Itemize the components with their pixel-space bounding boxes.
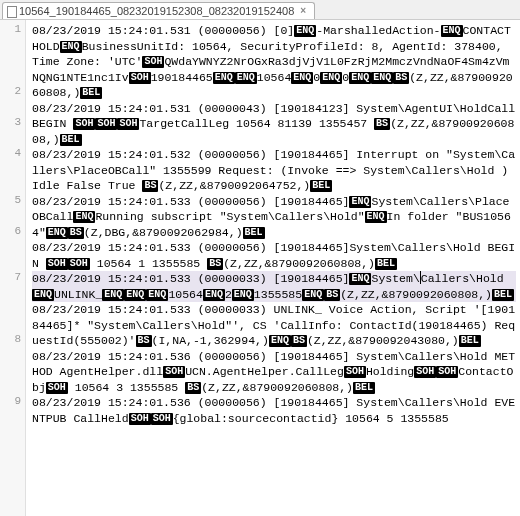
tab-title: 10564_190184465_08232019152308_082320191… bbox=[19, 5, 294, 17]
control-char-token: ENQ bbox=[320, 72, 342, 84]
control-char-token: ENQ bbox=[232, 289, 254, 301]
line-number bbox=[0, 380, 25, 396]
line-number bbox=[0, 240, 25, 256]
line-number bbox=[0, 163, 25, 179]
log-line: 08/23/2019 15:24:01.533 (00000033) UNLIN… bbox=[32, 302, 516, 349]
line-number bbox=[0, 178, 25, 194]
control-char-token: BS bbox=[68, 227, 84, 239]
log-content[interactable]: 08/23/2019 15:24:01.531 (00000056) [0]EN… bbox=[26, 20, 520, 516]
control-char-token: SOH bbox=[142, 56, 164, 68]
line-number bbox=[0, 209, 25, 225]
control-char-token: BS bbox=[324, 289, 340, 301]
control-char-token: BS bbox=[291, 335, 307, 347]
line-number: 3 bbox=[0, 116, 25, 132]
line-number: 7 bbox=[0, 271, 25, 287]
control-char-token: ENQ bbox=[365, 211, 387, 223]
control-char-token: ENQ bbox=[441, 25, 463, 37]
control-char-token: BS bbox=[374, 118, 390, 130]
line-number-gutter: 123456789 bbox=[0, 20, 26, 516]
log-line: 08/23/2019 15:24:01.531 (00000056) [0]EN… bbox=[32, 23, 516, 101]
log-line: 08/23/2019 15:24:01.536 (00000056) [1901… bbox=[32, 349, 516, 396]
control-char-token: ENQ bbox=[213, 72, 235, 84]
control-char-token: BS bbox=[136, 335, 152, 347]
control-char-token: ENQ bbox=[235, 72, 257, 84]
control-char-token: ENQ bbox=[302, 289, 324, 301]
control-char-token: BEL bbox=[60, 134, 82, 146]
tab-bar: 10564_190184465_08232019152308_082320191… bbox=[0, 0, 520, 20]
log-line: 08/23/2019 15:24:01.533 (00000056) [1901… bbox=[32, 194, 516, 241]
line-number: 5 bbox=[0, 194, 25, 210]
control-char-token: ENQ bbox=[349, 72, 371, 84]
control-char-token: BS bbox=[142, 180, 158, 192]
editor: 123456789 08/23/2019 15:24:01.531 (00000… bbox=[0, 20, 520, 516]
control-char-token: BEL bbox=[375, 258, 397, 270]
line-number bbox=[0, 256, 25, 272]
line-number bbox=[0, 101, 25, 117]
log-line: 08/23/2019 15:24:01.536 (00000056) [1901… bbox=[32, 395, 516, 426]
control-char-token: BEL bbox=[492, 289, 514, 301]
control-char-token: ENQ bbox=[46, 227, 68, 239]
line-number: 6 bbox=[0, 225, 25, 241]
log-line: 08/23/2019 15:24:01.532 (00000056) [1901… bbox=[32, 147, 516, 194]
line-number bbox=[0, 70, 25, 86]
control-char-token: BEL bbox=[353, 382, 375, 394]
control-char-token: SOH bbox=[344, 366, 366, 378]
line-number: 1 bbox=[0, 23, 25, 39]
line-number bbox=[0, 364, 25, 380]
line-number bbox=[0, 318, 25, 334]
control-char-token: ENQ bbox=[203, 289, 225, 301]
line-number bbox=[0, 54, 25, 70]
control-char-token: BS bbox=[393, 72, 409, 84]
control-char-token: BS bbox=[207, 258, 223, 270]
control-char-token: SOH bbox=[163, 366, 185, 378]
log-line: 08/23/2019 15:24:01.533 (00000056) [1901… bbox=[32, 240, 516, 271]
control-char-token: ENQ bbox=[124, 289, 146, 301]
text-cursor bbox=[420, 271, 421, 284]
control-char-token: SOH bbox=[117, 118, 139, 130]
control-char-token: ENQ bbox=[102, 289, 124, 301]
control-char-token: SOH bbox=[436, 366, 458, 378]
control-char-token: ENQ bbox=[294, 25, 316, 37]
line-number: 2 bbox=[0, 85, 25, 101]
control-char-token: BEL bbox=[243, 227, 265, 239]
line-number: 9 bbox=[0, 395, 25, 411]
control-char-token: ENQ bbox=[349, 273, 371, 285]
control-char-token: ENQ bbox=[60, 41, 82, 53]
log-line: 08/23/2019 15:24:01.533 (00000033) [1901… bbox=[32, 271, 516, 302]
control-char-token: SOH bbox=[129, 72, 151, 84]
control-char-token: SOH bbox=[73, 118, 95, 130]
control-char-token: ENQ bbox=[146, 289, 168, 301]
line-number bbox=[0, 287, 25, 303]
line-number: 4 bbox=[0, 147, 25, 163]
control-char-token: BEL bbox=[459, 335, 481, 347]
log-line: 08/23/2019 15:24:01.531 (00000043) [1901… bbox=[32, 101, 516, 148]
control-char-token: SOH bbox=[46, 382, 68, 394]
control-char-token: BS bbox=[185, 382, 201, 394]
line-number bbox=[0, 302, 25, 318]
control-char-token: ENQ bbox=[32, 289, 54, 301]
line-number: 8 bbox=[0, 333, 25, 349]
file-tab[interactable]: 10564_190184465_08232019152308_082320191… bbox=[2, 2, 315, 19]
line-number bbox=[0, 39, 25, 55]
control-char-token: SOH bbox=[95, 118, 117, 130]
control-char-token: ENQ bbox=[73, 211, 95, 223]
close-icon[interactable]: × bbox=[298, 6, 308, 16]
line-number bbox=[0, 132, 25, 148]
line-number bbox=[0, 349, 25, 365]
control-char-token: ENQ bbox=[269, 335, 291, 347]
control-char-token: SOH bbox=[414, 366, 436, 378]
control-char-token: ENQ bbox=[291, 72, 313, 84]
control-char-token: SOH bbox=[46, 258, 68, 270]
control-char-token: SOH bbox=[129, 413, 151, 425]
control-char-token: SOH bbox=[68, 258, 90, 270]
control-char-token: ENQ bbox=[371, 72, 393, 84]
control-char-token: ENQ bbox=[349, 196, 371, 208]
control-char-token: SOH bbox=[151, 413, 173, 425]
control-char-token: BEL bbox=[80, 87, 102, 99]
control-char-token: BEL bbox=[310, 180, 332, 192]
line-number bbox=[0, 411, 25, 427]
